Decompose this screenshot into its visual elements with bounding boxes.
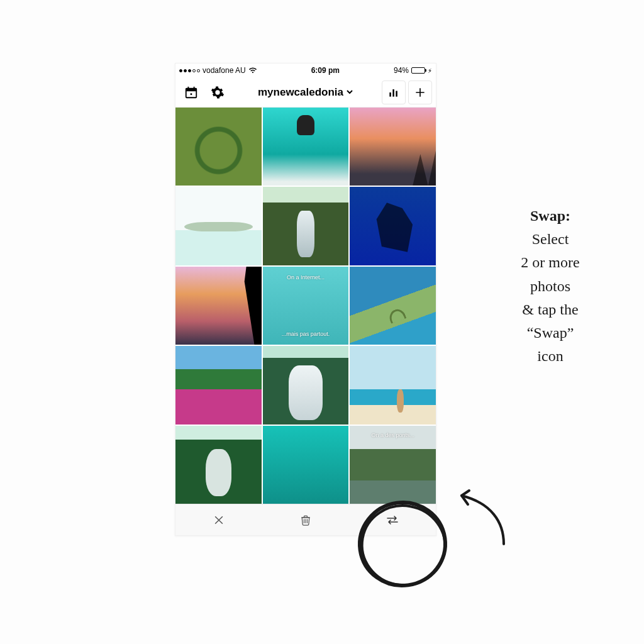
grid-tile[interactable]: [175, 108, 262, 186]
action-bar: [175, 504, 436, 535]
trash-icon: [299, 513, 312, 527]
swap-icon: [385, 514, 400, 526]
status-bar: vodafone AU 6:09 pm 94% ⚡︎: [175, 64, 436, 77]
delete-button[interactable]: [262, 504, 349, 535]
svg-rect-7: [396, 91, 397, 96]
grid-tile[interactable]: [263, 187, 349, 265]
svg-rect-1: [186, 88, 197, 91]
tile-caption: ...mais pas partout.: [263, 331, 349, 337]
clock-label: 6:09 pm: [311, 66, 340, 75]
calendar-icon: [184, 86, 198, 99]
bar-chart-icon: [387, 86, 400, 99]
svg-rect-3: [194, 86, 195, 89]
tile-caption: On a Internet...: [263, 274, 349, 280]
stats-button[interactable]: [382, 80, 406, 104]
carrier-label: vodafone AU: [203, 66, 246, 75]
gear-icon: [211, 86, 225, 99]
grid-tile[interactable]: [350, 187, 436, 265]
tile-caption: On a des ponts...: [350, 432, 436, 438]
grid-tile[interactable]: On a des ponts...: [350, 426, 436, 504]
svg-rect-6: [392, 89, 394, 97]
svg-rect-2: [188, 86, 189, 89]
wifi-icon: [248, 67, 257, 74]
app-header: mynewcaledonia: [175, 77, 436, 108]
annotation-arrow: [444, 484, 513, 553]
battery-percent-label: 94%: [394, 66, 409, 75]
grid-tile[interactable]: [175, 346, 262, 424]
annotation-line: “Swap”: [484, 321, 616, 345]
phone-frame: vodafone AU 6:09 pm 94% ⚡︎ mynewcaledoni…: [175, 63, 436, 536]
signal-strength-icon: [179, 69, 200, 72]
statusbar-left: vodafone AU: [179, 66, 257, 75]
photo-grid: On a Internet... ...mais pas partout. On…: [175, 108, 436, 504]
calendar-button[interactable]: [179, 80, 203, 104]
grid-tile[interactable]: [175, 426, 262, 504]
annotation-line: Select: [484, 228, 616, 251]
svg-rect-5: [389, 92, 391, 97]
settings-button[interactable]: [206, 80, 230, 104]
grid-tile[interactable]: [175, 187, 262, 265]
annotation-text: Swap: Select 2 or more photos & tap the …: [484, 204, 616, 368]
grid-tile[interactable]: [350, 346, 436, 424]
grid-tile[interactable]: [263, 346, 349, 424]
annotation-line: icon: [484, 345, 616, 368]
annotation-line: photos: [484, 275, 616, 298]
grid-tile[interactable]: On a Internet... ...mais pas partout.: [263, 267, 349, 345]
charging-icon: ⚡︎: [428, 67, 432, 74]
close-icon: [213, 514, 225, 526]
plus-icon: [414, 86, 426, 99]
svg-point-4: [191, 93, 192, 95]
add-button[interactable]: [408, 80, 432, 104]
annotation-line: & tap the: [484, 298, 616, 321]
annotation-line: 2 or more: [484, 251, 616, 274]
battery-icon: [411, 67, 425, 74]
annotation-title: Swap:: [484, 204, 616, 228]
grid-tile[interactable]: [263, 426, 349, 504]
username-dropdown[interactable]: mynewcaledonia: [232, 86, 379, 99]
close-button[interactable]: [175, 504, 262, 535]
swap-button[interactable]: [349, 504, 436, 535]
username-label: mynewcaledonia: [258, 86, 343, 99]
grid-tile[interactable]: [263, 108, 349, 186]
grid-tile[interactable]: [350, 267, 436, 345]
grid-tile[interactable]: [175, 267, 262, 345]
grid-tile[interactable]: [350, 108, 436, 186]
statusbar-right: 94% ⚡︎: [394, 66, 432, 75]
chevron-down-icon: [346, 86, 353, 99]
